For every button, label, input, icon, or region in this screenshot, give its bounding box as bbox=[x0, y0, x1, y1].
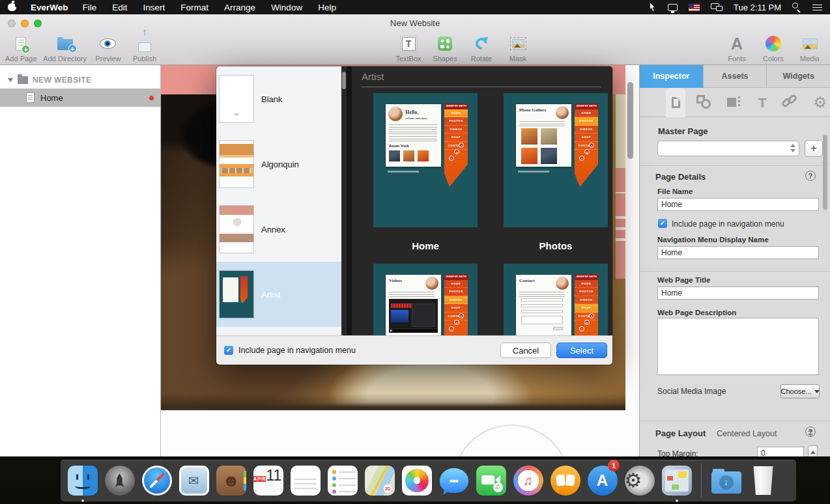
template-card-home[interactable]: Hello, welcome and enjoy! Recent Work JE… bbox=[373, 93, 478, 251]
menu-edit[interactable]: Edit bbox=[112, 3, 127, 12]
toolbar-add-directory-label: Add Directory bbox=[43, 55, 87, 63]
menu-file[interactable]: File bbox=[83, 3, 97, 12]
toolbar-shapes-button[interactable]: Shapes bbox=[430, 33, 460, 63]
page-details-help-icon[interactable]: ? bbox=[805, 171, 816, 181]
dock-app-contacts[interactable]: ☻ bbox=[214, 462, 248, 499]
theme-name-label: Artist bbox=[261, 290, 281, 300]
ribbon-nav-item: HOME bbox=[575, 109, 598, 117]
text-inspector-tab[interactable]: T bbox=[752, 88, 772, 117]
tab-inspector[interactable]: Inspector bbox=[640, 65, 704, 88]
toolbar-publish-button[interactable]: ↑ Publish bbox=[130, 33, 160, 63]
dock-app-messages[interactable]: ••• bbox=[436, 462, 471, 499]
disclosure-triangle-icon[interactable] bbox=[8, 78, 13, 82]
trash-icon bbox=[752, 466, 775, 495]
web-page-description-textarea[interactable] bbox=[657, 318, 819, 375]
page-inspector-tab[interactable] bbox=[666, 88, 685, 117]
vertical-scrollbar[interactable] bbox=[627, 82, 633, 159]
settings-inspector-tab[interactable]: ⚙ bbox=[810, 88, 830, 117]
choose-image-button[interactable]: Choose... bbox=[780, 384, 820, 399]
toolbar-add-page-button[interactable]: + Add Page bbox=[5, 33, 36, 63]
theme-row-blank[interactable]: Blank bbox=[216, 66, 341, 132]
template-card-videos[interactable]: Videos ▶ JENNIFER SMITHHOMEPHOTOSVIDEOSS… bbox=[373, 264, 478, 335]
toolbar-mask-button[interactable]: Mask bbox=[503, 33, 533, 63]
notification-center-icon[interactable] bbox=[812, 4, 822, 11]
top-margin-stepper[interactable] bbox=[808, 445, 818, 456]
theme-row-annex[interactable]: Annex bbox=[216, 197, 341, 262]
display-status-icon[interactable] bbox=[668, 4, 678, 11]
page-layout-select[interactable]: Centered Layout bbox=[717, 429, 777, 438]
dock-app-trash[interactable] bbox=[746, 462, 780, 499]
theme-row-artist[interactable]: Artist bbox=[216, 262, 341, 327]
toolbar-colors-label: Colors bbox=[763, 55, 784, 63]
dock-app-maps[interactable]: 3D bbox=[362, 462, 397, 499]
mirroring-status-icon[interactable] bbox=[711, 3, 723, 11]
cancel-button[interactable]: Cancel bbox=[500, 343, 551, 358]
template-card-contact[interactable]: Contact JENNIFER SMITHHOMEPHOTOSVIDEOSSH… bbox=[504, 264, 608, 335]
twitter-icon: t bbox=[589, 143, 594, 148]
menubar-clock[interactable]: Tue 2:11 PM bbox=[734, 3, 781, 12]
dock-app-safari[interactable] bbox=[139, 462, 174, 499]
dock-app-appstore[interactable]: 1 A bbox=[585, 462, 620, 499]
ribbon-nav-item: PHOTOS bbox=[575, 288, 598, 296]
toolbar-fonts-label: Fonts bbox=[728, 55, 746, 63]
nav-menu-checkbox[interactable]: ✓ bbox=[224, 346, 233, 355]
toolbar-fonts-button[interactable]: A Fonts bbox=[722, 33, 752, 63]
ribbon-site-name: JENNIFER SMITH bbox=[575, 274, 598, 280]
cursor-status-icon[interactable] bbox=[650, 3, 657, 12]
menu-app-name[interactable]: EverWeb bbox=[31, 3, 68, 12]
spotlight-search-icon[interactable] bbox=[792, 3, 801, 12]
menu-insert[interactable]: Insert bbox=[143, 3, 165, 12]
dock-app-mail[interactable]: ✉ bbox=[177, 462, 211, 499]
sidebar-site-header[interactable]: NEW WEBSITE bbox=[0, 71, 160, 89]
top-margin-input[interactable] bbox=[757, 447, 804, 456]
menu-help[interactable]: Help bbox=[318, 3, 336, 12]
file-name-input[interactable] bbox=[657, 198, 819, 211]
nav-display-name-input[interactable] bbox=[657, 246, 819, 259]
apple-menu-icon[interactable] bbox=[8, 3, 16, 11]
toolbar-preview-button[interactable]: Preview bbox=[93, 33, 123, 63]
dock-app-preferences[interactable]: ⚙ bbox=[622, 462, 657, 499]
theme-thumbnail-algonquin bbox=[220, 141, 253, 188]
toolbar-add-page-label: Add Page bbox=[5, 55, 36, 63]
shape-inspector-tab[interactable] bbox=[694, 88, 714, 117]
toolbar-textbox-button[interactable]: T TextBox bbox=[394, 33, 423, 63]
dock-app-ibooks[interactable] bbox=[548, 462, 582, 499]
sidebar-item-home[interactable]: Home bbox=[0, 89, 160, 107]
tab-assets[interactable]: Assets bbox=[704, 65, 767, 88]
dock-app-everweb[interactable] bbox=[659, 462, 694, 499]
add-master-page-button[interactable]: + bbox=[805, 140, 823, 157]
menu-window[interactable]: Window bbox=[271, 3, 302, 12]
dock-app-facetime[interactable]: ✆ bbox=[474, 462, 508, 499]
dock-app-reminders[interactable] bbox=[325, 462, 360, 499]
web-page-title-input[interactable] bbox=[657, 287, 819, 300]
us-flag-input-icon[interactable] bbox=[689, 4, 700, 11]
portrait-photo bbox=[388, 107, 403, 121]
site-pages-sidebar: NEW WEBSITE Home bbox=[0, 65, 161, 456]
link-inspector-tab[interactable] bbox=[781, 88, 801, 117]
toolbar-colors-button[interactable]: Colors bbox=[758, 33, 788, 63]
tab-widgets[interactable]: Widgets bbox=[767, 65, 830, 88]
include-nav-checkbox[interactable]: ✓ bbox=[658, 219, 667, 228]
dock-app-calendar[interactable]: APR11 bbox=[251, 462, 285, 499]
toolbar-rotate-button[interactable]: Rotate bbox=[466, 33, 496, 63]
ribbon-nav-item: VIDEOS bbox=[575, 126, 598, 133]
menu-format[interactable]: Format bbox=[180, 3, 208, 12]
dock-app-notes[interactable] bbox=[288, 462, 322, 499]
page-layout-help-icon[interactable]: ? bbox=[805, 427, 816, 437]
dock-app-launchpad[interactable] bbox=[102, 462, 137, 499]
dock-app-itunes[interactable]: ♫ bbox=[511, 462, 545, 499]
dock-app-finder[interactable] bbox=[65, 462, 100, 499]
toolbar-media-button[interactable]: Media bbox=[795, 33, 825, 63]
theme-row-algonquin[interactable]: Algonquin bbox=[216, 132, 341, 197]
dock-app-downloads[interactable]: ↓ bbox=[709, 462, 743, 499]
master-page-select[interactable] bbox=[657, 141, 799, 156]
toolbar-add-directory-button[interactable]: + Add Directory bbox=[43, 33, 87, 63]
dock-app-photos[interactable] bbox=[399, 462, 434, 499]
select-button[interactable]: Select bbox=[556, 343, 607, 358]
menu-arrange[interactable]: Arrange bbox=[224, 3, 255, 12]
theme-list-scrollbar[interactable] bbox=[342, 72, 346, 89]
inspector-scrollbar[interactable] bbox=[823, 135, 827, 210]
metrics-inspector-tab[interactable] bbox=[724, 88, 743, 117]
template-card-photos[interactable]: Photo Gallery JENNIFER SMITHHOMEPHOTOSVI… bbox=[504, 93, 608, 251]
preview-content-card: Videos ▶ bbox=[386, 275, 441, 335]
